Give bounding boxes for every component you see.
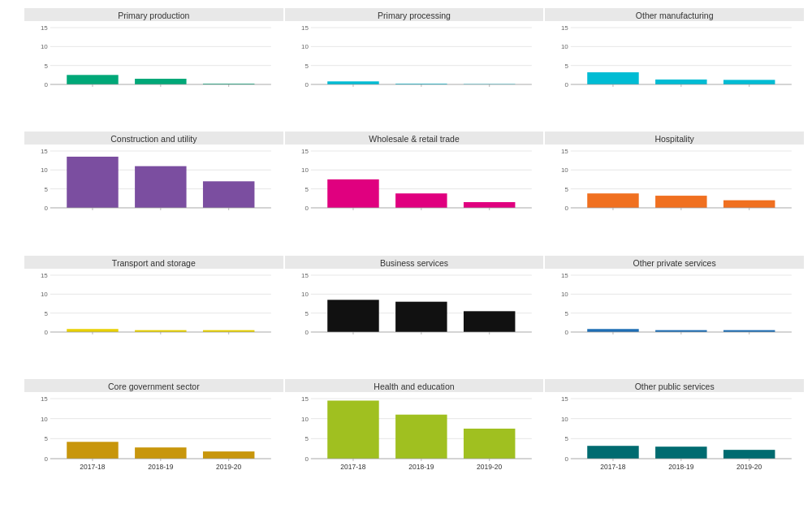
svg-text:15: 15 bbox=[41, 395, 48, 403]
bar-health-education-2 bbox=[464, 429, 515, 459]
svg-text:0: 0 bbox=[304, 455, 309, 463]
bar-health-education-0 bbox=[327, 400, 378, 459]
svg-text:5: 5 bbox=[565, 63, 569, 70]
bar-primary-production-1 bbox=[135, 79, 186, 84]
panel-title-primary-processing: Primary processing bbox=[285, 8, 544, 21]
svg-text:15: 15 bbox=[301, 148, 309, 155]
svg-text:15: 15 bbox=[561, 272, 568, 279]
bar-core-government-1 bbox=[135, 447, 186, 459]
bar-core-government-2 bbox=[203, 451, 254, 459]
svg-text:10: 10 bbox=[561, 291, 568, 298]
chart-svg-wholesale-retail: 051015 bbox=[285, 145, 544, 218]
bar-construction-utility-2 bbox=[203, 182, 254, 209]
svg-text:10: 10 bbox=[41, 167, 48, 175]
svg-text:15: 15 bbox=[561, 148, 568, 155]
bar-other-private-services-0 bbox=[588, 329, 639, 332]
x-label-core-government-2: 2019-20 bbox=[216, 463, 241, 471]
panel-other-public-services: Other public services0510152017-182018-1… bbox=[545, 379, 804, 501]
chart-svg-transport-storage: 051015 bbox=[24, 269, 283, 342]
panel-title-wholesale-retail: Wholesale & retail trade bbox=[285, 132, 544, 145]
bar-construction-utility-1 bbox=[135, 166, 186, 208]
svg-text:5: 5 bbox=[565, 309, 569, 317]
svg-text:0: 0 bbox=[565, 205, 569, 212]
svg-text:5: 5 bbox=[44, 186, 48, 193]
panel-title-primary-production: Primary production bbox=[24, 8, 283, 21]
bar-health-education-1 bbox=[395, 414, 447, 458]
chart-svg-other-public-services: 0510152017-182018-192019-20 bbox=[545, 392, 804, 481]
x-label-other-public-services-2: 2019-20 bbox=[736, 463, 762, 471]
panel-hospitality: Hospitality051015 bbox=[545, 132, 804, 253]
x-label-core-government-0: 2017-18 bbox=[80, 463, 105, 471]
panel-content-core-government: 0510152017-182018-192019-20 bbox=[24, 392, 283, 501]
bar-other-public-services-1 bbox=[655, 446, 706, 459]
svg-text:10: 10 bbox=[301, 415, 309, 422]
bar-wholesale-retail-2 bbox=[464, 202, 515, 208]
panel-title-business-services: Business services bbox=[285, 256, 544, 269]
bar-other-manufacturing-1 bbox=[655, 80, 706, 84]
bar-construction-utility-0 bbox=[67, 157, 118, 208]
panel-content-primary-production: 051015 bbox=[24, 21, 283, 130]
svg-text:5: 5 bbox=[44, 63, 48, 70]
panel-title-other-manufacturing: Other manufacturing bbox=[545, 8, 804, 21]
svg-text:5: 5 bbox=[304, 435, 309, 442]
panel-content-wholesale-retail: 051015 bbox=[285, 145, 544, 253]
x-label-core-government-1: 2018-19 bbox=[148, 463, 173, 471]
x-label-health-education-1: 2018-19 bbox=[408, 463, 434, 471]
svg-text:15: 15 bbox=[561, 24, 568, 32]
x-label-health-education-0: 2017-18 bbox=[340, 463, 365, 471]
panel-core-government: Core government sector0510152017-182018-… bbox=[24, 379, 283, 501]
bar-wholesale-retail-1 bbox=[395, 194, 447, 209]
bar-primary-processing-0 bbox=[327, 81, 378, 84]
bar-other-private-services-2 bbox=[723, 330, 775, 331]
chart-svg-other-private-services: 051015 bbox=[545, 269, 804, 342]
x-label-health-education-2: 2019-20 bbox=[477, 463, 502, 471]
panel-title-health-education: Health and education bbox=[285, 379, 544, 392]
bar-hospitality-1 bbox=[655, 196, 706, 208]
svg-text:15: 15 bbox=[41, 272, 48, 279]
panel-content-health-education: 0510152017-182018-192019-20 bbox=[285, 392, 544, 501]
bar-other-public-services-0 bbox=[588, 446, 639, 459]
svg-text:10: 10 bbox=[41, 415, 48, 422]
svg-text:0: 0 bbox=[304, 81, 309, 88]
panel-transport-storage: Transport and storage051015 bbox=[24, 256, 283, 377]
panel-content-other-private-services: 051015 bbox=[545, 269, 804, 377]
svg-text:0: 0 bbox=[44, 205, 48, 212]
panel-content-hospitality: 051015 bbox=[545, 145, 804, 253]
chart-svg-primary-processing: 051015 bbox=[285, 21, 544, 94]
svg-text:10: 10 bbox=[301, 167, 309, 175]
svg-text:15: 15 bbox=[301, 24, 309, 32]
panel-title-other-public-services: Other public services bbox=[545, 379, 804, 392]
panel-other-manufacturing: Other manufacturing051015 bbox=[545, 8, 804, 130]
bar-hospitality-2 bbox=[723, 201, 775, 208]
panel-title-core-government: Core government sector bbox=[24, 379, 283, 392]
svg-text:0: 0 bbox=[565, 455, 569, 463]
bar-transport-storage-1 bbox=[135, 330, 186, 331]
chart-svg-construction-utility: 051015 bbox=[24, 145, 283, 218]
chart-svg-core-government: 0510152017-182018-192019-20 bbox=[24, 392, 283, 481]
svg-text:0: 0 bbox=[304, 329, 309, 336]
panel-primary-processing: Primary processing051015 bbox=[285, 8, 544, 130]
svg-text:5: 5 bbox=[44, 435, 48, 442]
bar-wholesale-retail-0 bbox=[327, 179, 378, 208]
bar-other-public-services-2 bbox=[723, 450, 775, 459]
svg-text:15: 15 bbox=[41, 148, 48, 155]
svg-text:10: 10 bbox=[561, 43, 568, 50]
svg-text:15: 15 bbox=[301, 395, 309, 403]
bar-other-manufacturing-0 bbox=[588, 72, 639, 84]
svg-text:0: 0 bbox=[44, 455, 48, 463]
panel-content-other-manufacturing: 051015 bbox=[545, 21, 804, 130]
panel-title-other-private-services: Other private services bbox=[545, 256, 804, 269]
panel-other-private-services: Other private services051015 bbox=[545, 256, 804, 377]
svg-text:0: 0 bbox=[44, 329, 48, 336]
bar-other-manufacturing-2 bbox=[723, 80, 775, 84]
svg-text:0: 0 bbox=[565, 329, 569, 336]
panel-content-other-public-services: 0510152017-182018-192019-20 bbox=[545, 392, 804, 501]
bar-business-services-1 bbox=[395, 301, 447, 331]
chart-container: Primary production051015Primary processi… bbox=[0, 0, 812, 509]
y-axis-label bbox=[0, 8, 24, 501]
svg-text:15: 15 bbox=[41, 24, 48, 32]
bar-transport-storage-0 bbox=[67, 329, 118, 332]
chart-svg-business-services: 051015 bbox=[285, 269, 544, 342]
svg-text:5: 5 bbox=[565, 186, 569, 193]
panel-content-primary-processing: 051015 bbox=[285, 21, 544, 130]
